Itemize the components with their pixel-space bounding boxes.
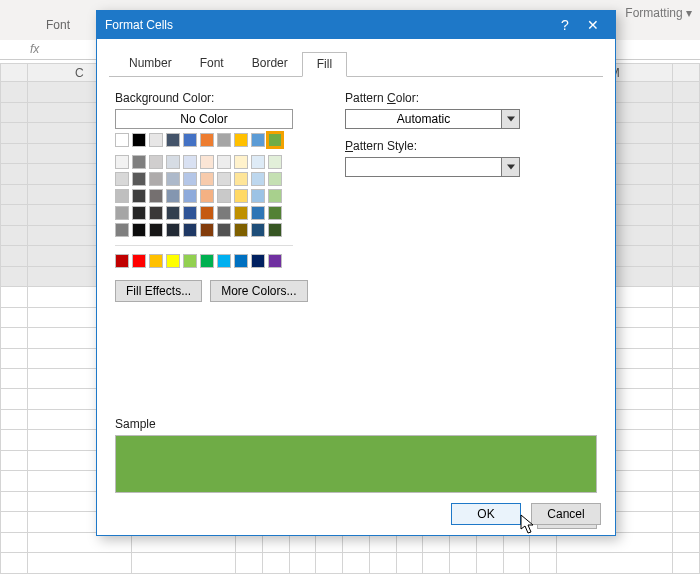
color-swatch[interactable] — [149, 189, 163, 203]
cell[interactable] — [316, 553, 343, 574]
color-swatch[interactable] — [183, 223, 197, 237]
cell[interactable] — [673, 553, 700, 574]
cancel-button[interactable]: Cancel — [531, 503, 601, 525]
color-swatch[interactable] — [200, 223, 214, 237]
color-swatch[interactable] — [166, 172, 180, 186]
cell[interactable] — [1, 368, 28, 388]
cell[interactable] — [1, 348, 28, 368]
tab-font[interactable]: Font — [186, 52, 238, 77]
color-swatch[interactable] — [149, 133, 163, 147]
cell[interactable] — [673, 532, 700, 552]
cell[interactable] — [557, 553, 673, 574]
color-swatch[interactable] — [132, 254, 146, 268]
cell[interactable] — [503, 553, 530, 574]
cell[interactable] — [1, 307, 28, 327]
cell[interactable] — [673, 512, 700, 532]
tab-number[interactable]: Number — [115, 52, 186, 77]
color-swatch[interactable] — [166, 189, 180, 203]
cell[interactable] — [673, 225, 700, 245]
cell[interactable] — [1, 430, 28, 450]
cell[interactable] — [673, 328, 700, 348]
cell[interactable] — [131, 553, 235, 574]
chevron-down-icon[interactable] — [502, 109, 520, 129]
cell[interactable] — [1, 512, 28, 532]
color-swatch[interactable] — [268, 206, 282, 220]
cell[interactable] — [1, 205, 28, 225]
color-swatch[interactable] — [183, 206, 197, 220]
cell[interactable] — [262, 553, 289, 574]
color-swatch[interactable] — [251, 223, 265, 237]
color-swatch[interactable] — [217, 223, 231, 237]
cell[interactable] — [673, 409, 700, 429]
color-swatch[interactable] — [149, 206, 163, 220]
color-swatch[interactable] — [268, 223, 282, 237]
color-swatch[interactable] — [234, 223, 248, 237]
cell[interactable] — [673, 205, 700, 225]
cell[interactable] — [673, 143, 700, 163]
cell[interactable] — [1, 246, 28, 266]
color-swatch[interactable] — [149, 254, 163, 268]
cell[interactable] — [1, 143, 28, 163]
color-swatch[interactable] — [166, 223, 180, 237]
color-swatch[interactable] — [251, 133, 265, 147]
cell[interactable] — [1, 328, 28, 348]
color-swatch[interactable] — [268, 254, 282, 268]
color-swatch[interactable] — [268, 133, 282, 147]
cell[interactable] — [673, 430, 700, 450]
cell[interactable] — [673, 123, 700, 143]
color-swatch[interactable] — [234, 133, 248, 147]
chevron-down-icon[interactable] — [502, 157, 520, 177]
cell[interactable] — [369, 553, 396, 574]
fill-effects-button[interactable]: Fill Effects... — [115, 280, 202, 302]
cell[interactable] — [343, 553, 370, 574]
color-swatch[interactable] — [200, 254, 214, 268]
tab-fill[interactable]: Fill — [302, 52, 347, 77]
color-swatch[interactable] — [132, 223, 146, 237]
color-swatch[interactable] — [166, 254, 180, 268]
nocolor-button[interactable]: No Color — [115, 109, 293, 129]
cell[interactable] — [1, 82, 28, 102]
cell[interactable] — [673, 102, 700, 122]
color-swatch[interactable] — [251, 172, 265, 186]
cell[interactable] — [1, 225, 28, 245]
color-swatch[interactable] — [217, 206, 231, 220]
cell[interactable] — [673, 184, 700, 204]
close-button[interactable]: ✕ — [579, 11, 607, 39]
color-swatch[interactable] — [149, 223, 163, 237]
color-swatch[interactable] — [115, 172, 129, 186]
color-swatch[interactable] — [217, 155, 231, 169]
ok-button[interactable]: OK — [451, 503, 521, 525]
color-swatch[interactable] — [149, 172, 163, 186]
color-swatch[interactable] — [183, 172, 197, 186]
tab-border[interactable]: Border — [238, 52, 302, 77]
cell[interactable] — [1, 287, 28, 307]
col-header[interactable] — [673, 63, 700, 81]
color-swatch[interactable] — [132, 133, 146, 147]
color-swatch[interactable] — [115, 254, 129, 268]
color-swatch[interactable] — [183, 155, 197, 169]
cell[interactable] — [673, 82, 700, 102]
color-swatch[interactable] — [115, 206, 129, 220]
cell[interactable] — [1, 450, 28, 470]
cell[interactable] — [450, 553, 477, 574]
color-swatch[interactable] — [234, 254, 248, 268]
color-swatch[interactable] — [200, 155, 214, 169]
color-swatch[interactable] — [183, 254, 197, 268]
color-swatch[interactable] — [132, 189, 146, 203]
color-swatch[interactable] — [183, 133, 197, 147]
cell[interactable] — [1, 553, 28, 574]
cell[interactable] — [673, 287, 700, 307]
cell[interactable] — [673, 164, 700, 184]
color-swatch[interactable] — [115, 223, 129, 237]
cell[interactable] — [396, 553, 423, 574]
color-swatch[interactable] — [251, 254, 265, 268]
color-swatch[interactable] — [166, 133, 180, 147]
color-swatch[interactable] — [251, 206, 265, 220]
color-swatch[interactable] — [200, 133, 214, 147]
cell[interactable] — [1, 123, 28, 143]
color-swatch[interactable] — [132, 206, 146, 220]
color-swatch[interactable] — [217, 254, 231, 268]
cell[interactable] — [476, 553, 503, 574]
more-colors-button[interactable]: More Colors... — [210, 280, 307, 302]
cell[interactable] — [673, 348, 700, 368]
